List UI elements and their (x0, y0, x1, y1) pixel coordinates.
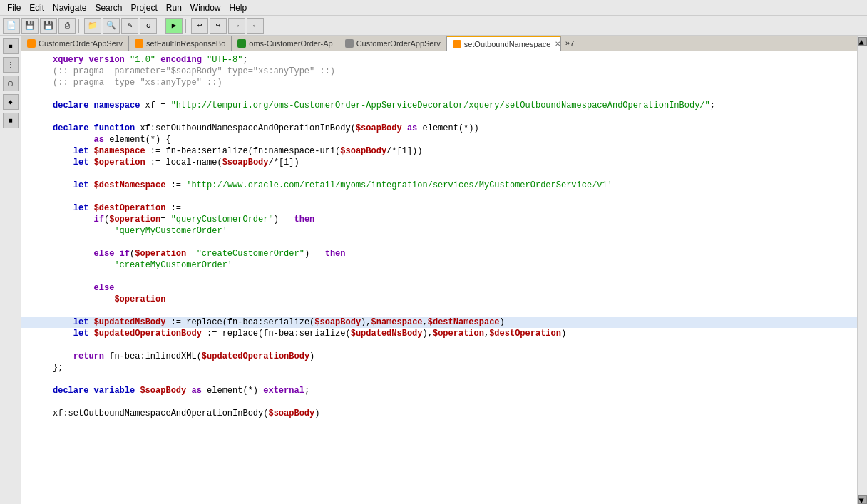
menu-navigate[interactable]: Navigate (48, 1, 91, 14)
code-line-1: xquery version "1.0" encoding "UTF-8"; (21, 54, 857, 66)
refresh-btn[interactable]: ↻ (140, 18, 157, 34)
code-line-3: (:: pragma type="xs:anyType" ::) (21, 77, 857, 88)
separator1 (78, 19, 81, 33)
new-btn[interactable]: 📄 (3, 18, 20, 34)
save-all-btn[interactable]: 💾 (40, 18, 57, 34)
sidebar-icon-4[interactable]: ◆ (3, 94, 19, 110)
tab-label-3: oms-CustomerOrder-Ap (249, 39, 332, 48)
menu-run[interactable]: Run (162, 1, 186, 14)
tab-label-1: CustomerOrderAppServ (39, 39, 123, 48)
code-line-21: else (21, 282, 857, 294)
tab-icon-1 (27, 39, 36, 48)
menu-search[interactable]: Search (91, 1, 126, 14)
find-btn[interactable]: 🔍 (103, 18, 120, 34)
tab-oms-customer[interactable]: oms-CustomerOrder-Ap (232, 36, 339, 51)
code-line-2: (:: pragma parameter="$soapBody" type="x… (21, 66, 857, 77)
sidebar-icon-1[interactable]: ■ (3, 38, 19, 54)
code-line-26 (21, 339, 857, 351)
print-btn[interactable]: ⎙ (58, 18, 76, 34)
code-line-19: 'createMyCustomerOrder' (21, 259, 857, 271)
menu-window[interactable]: Window (186, 1, 225, 14)
main-container: ■ ⋮ ▢ ◆ ■ CustomerOrderAppServ setFaultI… (0, 36, 867, 504)
code-line-9: let $namespace := fn-bea:serialize(fn:na… (21, 145, 857, 157)
tab-icon-2 (135, 39, 143, 48)
tab-customer-order-appserv-1[interactable]: CustomerOrderAppServ (21, 36, 129, 51)
sidebar-icon-2[interactable]: ⋮ (3, 57, 19, 73)
code-line-16: 'queryMyCustomerOrder' (21, 225, 857, 237)
menu-edit[interactable]: Edit (25, 1, 48, 14)
scrollbar[interactable]: ▲ ▼ (857, 36, 867, 504)
code-line-17 (21, 237, 857, 248)
tab-setfault[interactable]: setFaultInResponseBo (129, 36, 232, 51)
tab-close-5[interactable]: ✕ (555, 40, 560, 48)
menu-file[interactable]: File (3, 1, 25, 14)
code-line-7: declare function xf:setOutboundNamespace… (21, 123, 857, 134)
code-editor[interactable]: xquery version "1.0" encoding "UTF-8"; (… (21, 51, 857, 504)
separator2 (160, 19, 163, 33)
code-line-8: as element(*) { (21, 134, 857, 145)
code-line-14: let $destOperation := (21, 202, 857, 214)
tab-icon-3 (237, 39, 246, 48)
code-line-4 (21, 88, 857, 100)
tab-label-4: CustomerOrderAppServ (356, 39, 441, 48)
replace-btn[interactable]: ✎ (121, 18, 138, 34)
code-line-10: let $operation := local-name($soapBody/*… (21, 157, 857, 168)
code-line-30: declare variable $soapBody as element(*)… (21, 385, 857, 396)
tab-icon-5 (453, 40, 461, 48)
menu-project[interactable]: Project (126, 1, 161, 14)
sidebar-icon-3[interactable]: ▢ (3, 76, 19, 91)
save-btn[interactable]: 💾 (21, 18, 39, 34)
code-line-15: if($operation= "queryCustomerOrder") the… (21, 214, 857, 225)
code-line-6 (21, 111, 857, 123)
code-line-12: let $destNamespace := 'http://www.oracle… (21, 180, 857, 191)
code-line-32: xf:setOutboundNamespaceAndOperationInBod… (21, 408, 857, 419)
code-line-29 (21, 374, 857, 385)
code-line-13 (21, 191, 857, 202)
tab-label-5: setOutboundNamespace (464, 40, 551, 48)
code-line-28: }; (21, 362, 857, 374)
sidebar-icon-5[interactable]: ■ (3, 113, 19, 128)
code-line-11 (21, 168, 857, 180)
redo-btn[interactable]: ↪ (210, 18, 227, 34)
code-line-5: declare namespace xf = "http://tempuri.o… (21, 100, 857, 111)
forward-btn[interactable]: → (228, 18, 245, 34)
tab-bar: CustomerOrderAppServ setFaultInResponseB… (21, 36, 857, 51)
code-line-18: else if($operation= "createCustomerOrder… (21, 248, 857, 259)
open-btn[interactable]: 📁 (84, 18, 101, 34)
tab-overflow[interactable]: »7 (561, 36, 579, 51)
code-line-20 (21, 271, 857, 282)
tab-customer-order-appserv-2[interactable]: CustomerOrderAppServ (339, 36, 447, 51)
code-line-22: $operation (21, 294, 857, 305)
run-btn[interactable]: ▶ (165, 18, 183, 34)
undo-btn[interactable]: ↩ (191, 18, 208, 34)
editor-container: CustomerOrderAppServ setFaultInResponseB… (21, 36, 857, 504)
sidebar: ■ ⋮ ▢ ◆ ■ (0, 36, 21, 504)
scroll-down[interactable]: ▼ (858, 495, 867, 504)
tab-icon-4 (345, 39, 354, 48)
separator3 (185, 19, 188, 33)
scroll-up[interactable]: ▲ (858, 37, 867, 46)
code-line-24: let $updatedNsBody := replace(fn-bea:ser… (21, 317, 857, 328)
tab-setoutbound[interactable]: setOutboundNamespace ✕ (447, 36, 561, 51)
menubar: File Edit Navigate Search Project Run Wi… (0, 0, 867, 16)
menu-help[interactable]: Help (225, 1, 252, 14)
back-btn[interactable]: ← (247, 18, 264, 34)
toolbar: 📄 💾 💾 ⎙ 📁 🔍 ✎ ↻ ▶ ↩ ↪ → ← (0, 16, 867, 36)
code-line-31 (21, 396, 857, 408)
tab-label-2: setFaultInResponseBo (146, 39, 225, 48)
code-line-23 (21, 305, 857, 317)
code-line-25: let $updatedOperationBody := replace(fn-… (21, 328, 857, 339)
code-line-27: return fn-bea:inlinedXML($updatedOperati… (21, 351, 857, 362)
